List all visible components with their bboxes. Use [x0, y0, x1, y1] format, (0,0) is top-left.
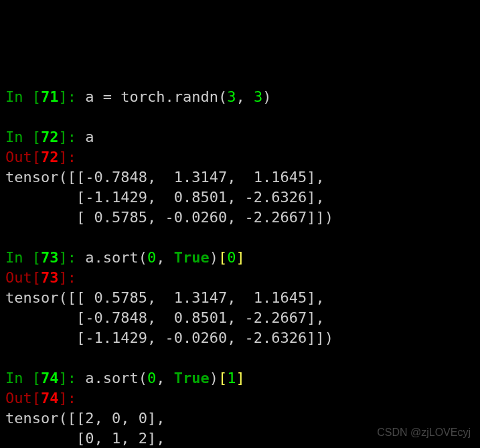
- out-prompt: Out[74]:: [5, 390, 76, 406]
- terminal-output: In [71]: a = torch.randn(3, 3) In [72]: …: [5, 87, 475, 448]
- number-literal: 0: [227, 249, 236, 266]
- keyword-true: True: [174, 249, 210, 266]
- code-line: a = torch.randn(: [85, 88, 227, 105]
- cell-output: tensor([[2, 0, 0], [0, 1, 2], [1, 2, 1]]…: [5, 410, 174, 448]
- prompt-number: 73: [41, 249, 59, 266]
- index-bracket: ]: [236, 370, 244, 386]
- in-prompt: In [71]:: [5, 88, 85, 105]
- cell-output: tensor([[ 0.5785, 1.3147, 1.1645], [-0.7…: [5, 289, 333, 346]
- index-bracket: ]: [236, 249, 244, 266]
- index-bracket: [: [218, 370, 227, 386]
- index-bracket: [: [218, 249, 227, 266]
- keyword-true: True: [174, 370, 210, 386]
- prompt-number: 72: [41, 149, 59, 165]
- prompt-number: 71: [41, 88, 59, 105]
- cell-output: tensor([[-0.7848, 1.3147, 1.1645], [-1.1…: [5, 169, 333, 226]
- code-line: a.sort(: [85, 370, 147, 386]
- code-line: a: [85, 129, 94, 145]
- prompt-number: 73: [41, 269, 59, 286]
- watermark: CSDN @zjLOVEcyj: [377, 423, 471, 443]
- out-prompt: Out[73]:: [5, 269, 76, 286]
- prompt-number: 72: [41, 129, 59, 145]
- in-prompt: In [73]:: [5, 249, 85, 266]
- number-literal: 0: [147, 370, 156, 386]
- number-literal: 3: [227, 88, 236, 105]
- number-literal: 3: [254, 88, 262, 105]
- number-literal: 1: [227, 370, 236, 386]
- prompt-number: 74: [41, 390, 59, 406]
- out-prompt: Out[72]:: [5, 149, 76, 165]
- number-literal: 0: [147, 249, 156, 266]
- code-line: a.sort(: [85, 249, 147, 266]
- in-prompt: In [72]:: [5, 129, 85, 145]
- prompt-number: 74: [41, 370, 59, 386]
- in-prompt: In [74]:: [5, 370, 85, 386]
